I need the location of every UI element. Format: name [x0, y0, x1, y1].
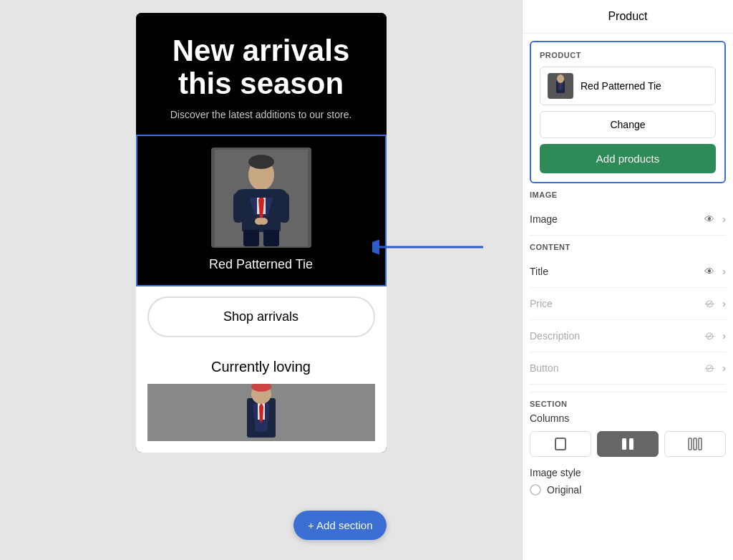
svg-rect-33 [555, 438, 565, 450]
image-row-label: Image [530, 213, 558, 225]
price-settings-row[interactable]: Price ⊘ › [530, 288, 726, 320]
title-chevron-icon[interactable]: › [722, 266, 726, 277]
svg-point-32 [557, 74, 564, 83]
button-chevron-icon[interactable]: › [722, 362, 726, 374]
button-settings-row[interactable]: Button ⊘ › [530, 352, 726, 385]
svg-rect-35 [629, 438, 634, 450]
description-visibility-icon[interactable]: ⊘ [702, 329, 717, 343]
change-product-button[interactable]: Change [540, 111, 716, 138]
shop-arrivals-button[interactable]: Shop arrivals [147, 296, 375, 337]
product-image [211, 148, 311, 248]
add-section-button[interactable]: + Add section [293, 511, 387, 540]
currently-loving-title: Currently loving [147, 359, 375, 375]
suit-svg [215, 150, 308, 246]
product-section-label: PRODUCT [540, 51, 716, 59]
hero-subtitle: Discover the latest additions to our sto… [150, 109, 372, 120]
loving-image [147, 384, 375, 441]
title-visibility-icon[interactable]: 👁 [702, 264, 717, 279]
title-row-controls: 👁 › [702, 264, 726, 279]
svg-point-8 [248, 155, 274, 169]
price-visibility-icon[interactable]: ⊘ [702, 296, 717, 311]
image-settings-row[interactable]: Image 👁 › [530, 203, 726, 236]
panel-body: PRODUCT Red Patterned Tie [523, 34, 733, 560]
panel-title: Product [608, 10, 647, 22]
image-chevron-icon[interactable]: › [722, 213, 726, 225]
title-settings-row[interactable]: Title 👁 › [530, 256, 726, 288]
button-visibility-icon[interactable]: ⊘ [702, 361, 717, 375]
panel-product-section: PRODUCT Red Patterned Tie [530, 41, 726, 183]
hero-section: New arrivals this season Discover the la… [136, 13, 387, 135]
image-row-controls: 👁 › [702, 212, 726, 226]
currently-loving-section: Currently loving [136, 347, 387, 453]
description-row-label: Description [530, 330, 580, 342]
image-style-radio-row[interactable]: Original [530, 484, 726, 496]
image-settings-section: IMAGE Image 👁 › [530, 190, 726, 236]
price-chevron-icon[interactable]: › [722, 298, 726, 309]
product-thumbnail [548, 73, 573, 99]
columns-options [530, 431, 726, 457]
button-row-controls: ⊘ › [702, 361, 726, 375]
image-style-label: Image style [530, 467, 726, 478]
svg-rect-38 [699, 438, 702, 450]
svg-rect-37 [694, 438, 696, 450]
content-settings-section: CONTENT Title 👁 › Price ⊘ › Description [530, 243, 726, 385]
section-label: SECTION [530, 400, 726, 408]
column-option-3[interactable] [664, 431, 726, 457]
add-section-label: + Add section [308, 519, 372, 531]
add-products-button[interactable]: Add products [540, 144, 716, 173]
arrow-annotation [372, 229, 487, 275]
svg-rect-36 [689, 438, 691, 450]
arrow-svg [372, 229, 487, 272]
price-row-controls: ⊘ › [702, 296, 726, 311]
col2-icon [621, 437, 635, 451]
description-settings-row[interactable]: Description ⊘ › [530, 320, 726, 352]
svg-rect-34 [622, 438, 626, 450]
loving-image-svg [225, 384, 297, 441]
original-radio[interactable] [530, 484, 541, 496]
col1-icon [553, 437, 568, 451]
right-panel: Product PRODUCT Red P [522, 0, 733, 560]
svg-rect-11 [279, 193, 289, 223]
svg-rect-9 [236, 189, 286, 198]
column-option-2[interactable] [597, 431, 659, 457]
title-row-label: Title [530, 266, 548, 277]
product-thumb-svg [549, 74, 572, 97]
description-chevron-icon[interactable]: › [722, 330, 726, 342]
button-row-label: Button [530, 362, 558, 374]
description-row-controls: ⊘ › [702, 329, 726, 343]
shop-btn-section: Shop arrivals [136, 286, 387, 347]
canvas-area: ⠿ New arrivals this season Discover the … [0, 0, 522, 560]
svg-rect-10 [233, 193, 243, 223]
content-section-label: CONTENT [530, 243, 726, 251]
svg-rect-15 [263, 230, 279, 246]
product-card-section[interactable]: ⧉ 🗑 [136, 135, 387, 286]
original-radio-label: Original [547, 484, 581, 496]
product-item-name: Red Patterned Tie [581, 80, 708, 92]
panel-header: Product [523, 0, 733, 34]
col3-icon [688, 437, 702, 451]
svg-rect-14 [243, 230, 259, 246]
columns-label: Columns [530, 412, 726, 424]
price-row-label: Price [530, 298, 553, 309]
column-option-1[interactable] [530, 431, 591, 457]
hero-title: New arrivals this season [150, 34, 372, 100]
svg-marker-21 [259, 402, 263, 423]
image-visibility-icon[interactable]: 👁 [702, 212, 717, 226]
section-settings: SECTION Columns [530, 392, 726, 496]
product-card-name: Red Patterned Tie [209, 256, 313, 273]
product-item-row[interactable]: Red Patterned Tie [540, 67, 716, 105]
image-section-label: IMAGE [530, 190, 726, 199]
svg-point-13 [259, 218, 268, 225]
phone-preview: New arrivals this season Discover the la… [136, 13, 387, 453]
